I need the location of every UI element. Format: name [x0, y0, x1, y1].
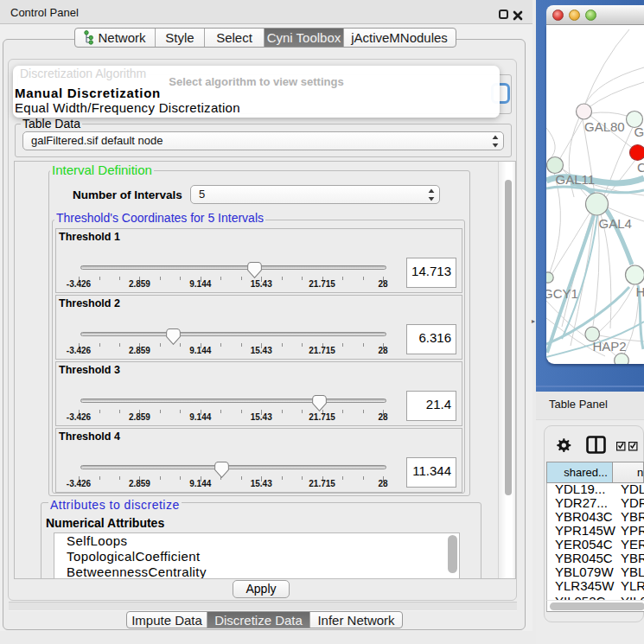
svg-text:GAL4: GAL4 — [599, 216, 632, 231]
svg-text:C: C — [637, 160, 644, 175]
svg-text:GCY1: GCY1 — [546, 286, 578, 301]
svg-text:HAP2: HAP2 — [593, 339, 627, 354]
svg-text:GAL11: GAL11 — [556, 172, 596, 187]
svg-text:GAL80: GAL80 — [584, 119, 625, 134]
svg-text:H: H — [636, 284, 644, 299]
svg-text:G.: G. — [634, 124, 644, 139]
